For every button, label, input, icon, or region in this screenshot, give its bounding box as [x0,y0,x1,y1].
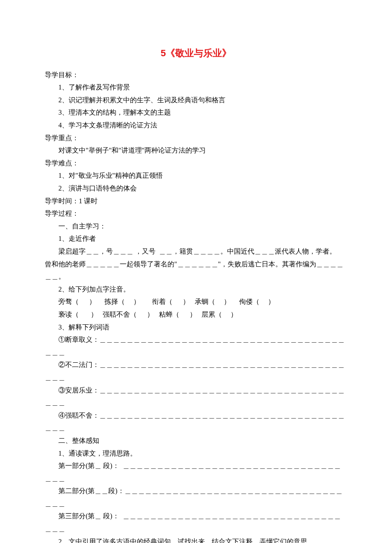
section-focus-label: 导学重点： [45,132,347,144]
goal-item-3: 3、理清本文的结构，理解本文的主题 [45,106,347,119]
pinyin-line-1: 旁骛（ ） 拣择（ ） 衔着（ ） 承蜩（ ） 佝偻（ ） [45,295,347,308]
structure-part-1: 第一部分(第＿ 段)： ＿＿＿＿＿＿＿＿＿＿＿＿＿＿＿＿＿＿＿＿＿＿＿＿＿＿＿＿… [45,459,347,485]
word-3: ③安居乐业：＿＿＿＿＿＿＿＿＿＿＿＿＿＿＿＿＿＿＿＿＿＿＿＿＿＿＿＿＿＿＿＿＿＿… [45,384,347,409]
author-fill-line-2: 曾和他的老师＿＿＿＿＿一起领导了著名的"＿＿＿＿＿＿"，失败后逃亡日本。其著作编… [45,258,347,283]
word-1: ①断章取义：＿＿＿＿＿＿＿＿＿＿＿＿＿＿＿＿＿＿＿＿＿＿＿＿＿＿＿＿＿＿＿＿＿＿… [45,333,347,358]
structure-part-2: 第二部分(第＿＿段)：＿＿＿＿＿＿＿＿＿＿＿＿＿＿＿＿＿＿＿＿＿＿＿＿＿＿＿＿＿… [45,485,347,510]
time-label: 导学时间：1 课时 [45,195,347,208]
structure-part-3: 第三部分(第＿ 段)： ＿＿＿＿＿＿＿＿＿＿＿＿＿＿＿＿＿＿＿＿＿＿＿＿＿＿＿＿… [45,510,347,535]
focus-text: 对课文中"举例子"和"讲道理"两种论证方法的学习 [45,144,347,157]
overall-label: 二、整体感知 [45,434,347,447]
difficulty-item-2: 2、演讲与口语特色的体会 [45,182,347,195]
goal-item-4: 4、学习本文条理清晰的论证方法 [45,119,347,132]
goal-item-2: 2、识记理解并积累文中的生字、生词及经典语句和格言 [45,94,347,107]
author-label: 1、走近作者 [45,232,347,245]
words-label: 3、解释下列词语 [45,321,347,334]
goal-item-1: 1、了解作者及写作背景 [45,81,347,94]
author-fill-line-1: 梁启超字＿＿，号＿＿＿ ，又号 ＿＿，籍贯＿＿＿＿。中国近代＿＿＿派代表人物，学… [45,245,347,258]
overall-q1: 1、通读课文，理清思路。 [45,447,347,460]
overall-q2: 2、文中引用了许多古语中的经典词句，试找出来，结合文下注释，弄懂它们的意思。 [45,535,347,543]
section-difficulty-label: 导学难点： [45,157,347,170]
pinyin-line-2: 亵读（ ） 强聒不舍（ ） 粘蝉（ ） 层累（ ） [45,308,347,321]
word-4: ④强聒不舍：＿＿＿＿＿＿＿＿＿＿＿＿＿＿＿＿＿＿＿＿＿＿＿＿＿＿＿＿＿＿＿＿＿＿… [45,409,347,434]
pinyin-label: 2、给下列加点字注音。 [45,283,347,296]
document-title: 5《敬业与乐业》 [45,45,347,62]
process-label: 导学过程： [45,207,347,220]
section-goal-label: 导学目标： [45,69,347,81]
difficulty-item-1: 1、对"敬业与乐业"精神的真正领悟 [45,169,347,182]
self-study-label: 一、自主学习： [45,220,347,233]
word-2: ②不二法门：＿＿＿＿＿＿＿＿＿＿＿＿＿＿＿＿＿＿＿＿＿＿＿＿＿＿＿＿＿＿＿＿＿＿… [45,358,347,384]
